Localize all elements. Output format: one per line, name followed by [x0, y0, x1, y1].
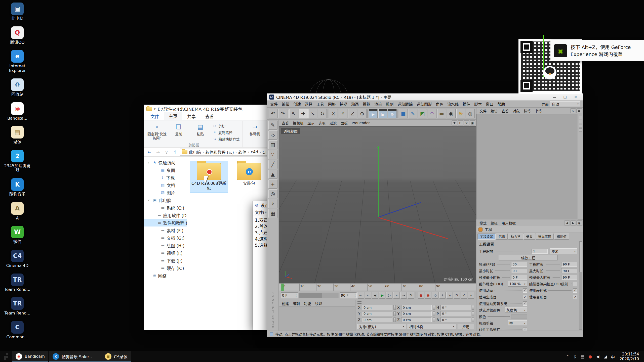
object-manager-menu-item[interactable]: 书签: [533, 108, 544, 113]
position-field[interactable]: 0 cm: [362, 311, 392, 316]
project-length-field[interactable]: 90 F: [561, 262, 577, 267]
hidden-icons-button[interactable]: ^: [564, 351, 571, 362]
coordinates-menu-icon[interactable]: [357, 301, 361, 304]
c4d-menu-item[interactable]: 选择: [303, 101, 314, 107]
layout-tab[interactable]: [579, 116, 582, 119]
close-button[interactable]: ✕: [570, 94, 581, 100]
tab-todo[interactable]: 待办事项: [536, 234, 554, 240]
tab-key-interpolation[interactable]: 键插值: [554, 234, 569, 240]
pin-to-quick-access-button[interactable]: ⌖ 固定到"快速访问": [146, 121, 168, 142]
c4d-menu-item[interactable]: 流水线: [445, 101, 461, 107]
current-frame-field[interactable]: 0 F▴▾: [281, 292, 298, 298]
rotation-field[interactable]: 0 °: [440, 317, 471, 322]
taskbar-recordings-folder[interactable]: ▣ C:\录像: [101, 351, 131, 362]
perspective-viewport[interactable]: 透视视图 网格间距: 100 cm: [279, 126, 476, 283]
sidebar-this-pc[interactable]: ∨ ▣ 此电脑: [144, 196, 187, 204]
viewport-menu-item[interactable]: 选项: [316, 120, 328, 125]
paste-shortcut-button[interactable]: ↪粘贴快捷方式: [211, 136, 241, 142]
goto-start-button[interactable]: ⇤: [357, 292, 364, 299]
object-list[interactable]: [476, 114, 578, 219]
end-frame-field[interactable]: 90 F▴▾: [340, 292, 357, 298]
bluetooth-icon[interactable]: ᛒ: [571, 351, 579, 362]
sidebar-drive-g[interactable]: ▬ 文档 (G:): [144, 234, 187, 242]
spinner[interactable]: [433, 305, 435, 310]
coordinate-system-button[interactable]: ⊕: [358, 109, 367, 118]
points-mode-button[interactable]: ∵: [268, 150, 277, 159]
c4d-titlebar[interactable]: C4 CINEMA 4D R19.024 Studio (RC - R19) -…: [267, 94, 583, 101]
use-deformers-checkbox[interactable]: ✓: [573, 295, 577, 299]
record-rotation-toggle[interactable]: ↻: [454, 292, 460, 299]
color-swatch[interactable]: [511, 314, 527, 319]
c4d-menu-item[interactable]: 运动图形: [415, 101, 434, 107]
enable-axis-button[interactable]: +: [268, 179, 277, 189]
preview-range-slider[interactable]: [299, 293, 339, 298]
viewport-menu-item[interactable]: 摄像机: [291, 120, 305, 125]
tab-dynamics[interactable]: 动力学: [508, 234, 523, 240]
lock-x-axis-button[interactable]: X: [329, 109, 338, 118]
previous-key-button[interactable]: «: [365, 292, 371, 299]
team-render-client-icon[interactable]: TR Team Rend...: [3, 274, 31, 292]
size-field[interactable]: 0 cm: [401, 305, 432, 310]
om-search-icon[interactable]: ◎: [570, 108, 576, 113]
coordinate-mode-select[interactable]: 对象(相对)▾: [357, 324, 406, 329]
c4d-menu-item[interactable]: 运动跟踪: [395, 101, 415, 107]
viewport-solo-button[interactable]: ◎: [268, 189, 277, 198]
sidebar-documents[interactable]: ▤ 文档: [144, 181, 187, 189]
render-picture-viewer-button[interactable]: ▣: [378, 109, 387, 118]
commandline-icon[interactable]: C Comman...: [3, 321, 31, 339]
tab-info[interactable]: 信息: [496, 234, 508, 240]
sidebar-downloads[interactable]: ↓ 下载: [144, 174, 187, 181]
scale-tool[interactable]: ↘: [308, 109, 317, 118]
taskbar-bandicam[interactable]: ◉ Bandicam: [12, 351, 48, 362]
polygons-mode-button[interactable]: ▲: [268, 170, 277, 179]
toggle-view-button[interactable]: ▣: [470, 120, 475, 125]
record-parameter-toggle[interactable]: ✓: [461, 292, 467, 299]
quick-access-toolbar-arrow[interactable]: ▾: [154, 107, 156, 111]
spinner[interactable]: [393, 318, 396, 322]
material-menu-item[interactable]: 编辑: [291, 301, 302, 306]
preview-max-field[interactable]: 90 F: [561, 275, 577, 280]
render-settings-button[interactable]: ⚙: [388, 109, 397, 118]
object-manager-menu-item[interactable]: 对象: [511, 108, 522, 113]
use-expressions-checkbox[interactable]: ✓: [573, 288, 577, 293]
goto-end-button[interactable]: ⇥: [400, 292, 407, 299]
prorender-menu[interactable]: ProRender: [350, 121, 372, 125]
sidebar-drive-h[interactable]: ▬ 绘图 (H:): [144, 242, 187, 249]
deformer-menu[interactable]: ◠: [428, 109, 436, 118]
team-render-server-icon[interactable]: TR Team Rend...: [3, 297, 31, 315]
sidebar-network[interactable]: ≋ 网络: [144, 272, 187, 279]
viewport-menu-item[interactable]: 显示: [305, 120, 316, 125]
lock-z-axis-button[interactable]: Z: [348, 109, 357, 118]
light-menu[interactable]: ☀: [456, 109, 465, 118]
layout-tab[interactable]: [579, 120, 582, 123]
notepad-file-menu[interactable]: 文件(F): [255, 209, 268, 215]
next-frame-button[interactable]: ▷: [386, 292, 392, 299]
copy-path-button[interactable]: ⌗复制路径: [211, 129, 241, 135]
viewport-menu-item[interactable]: 过滤: [328, 120, 339, 125]
move-to-button[interactable]: → 移动到: [244, 121, 265, 142]
material-menu-item[interactable]: 功能: [302, 301, 313, 306]
spinner[interactable]: [433, 311, 435, 316]
use-animation-checkbox[interactable]: ✓: [523, 288, 527, 293]
fps-field[interactable]: 30: [511, 262, 527, 267]
attributes-scrollbar[interactable]: [579, 241, 582, 330]
bandicam-icon[interactable]: ◉ Bandica...: [3, 102, 31, 121]
texture-mode-button[interactable]: ▨: [268, 140, 277, 149]
attribute-menu-item[interactable]: 用户数据: [500, 220, 518, 225]
tencent-qq-icon[interactable]: Q 腾讯QQ: [3, 26, 31, 45]
sidebar-desktop[interactable]: ▦ 桌面: [144, 166, 187, 174]
render-view-button[interactable]: ▶: [369, 109, 378, 118]
toolbar-icon[interactable]: [367, 109, 368, 118]
tab-project-settings[interactable]: 工程设置: [477, 234, 496, 240]
scale-mode-select[interactable]: 相对比例▾: [408, 324, 456, 329]
record-scale-toggle[interactable]: ↘: [446, 292, 453, 299]
am-back-icon[interactable]: ◀: [564, 220, 570, 225]
size-field[interactable]: 0 cm: [401, 317, 432, 322]
object-manager-menu-item[interactable]: 编辑: [489, 108, 500, 113]
c4d-menu-item[interactable]: 脚本: [472, 101, 484, 107]
record-position-toggle[interactable]: +: [439, 292, 446, 299]
2345-browser-icon[interactable]: 2 2345加速浏览器: [3, 150, 31, 173]
object-manager-menu-item[interactable]: 文件: [477, 108, 489, 113]
sculpt-menu[interactable]: ◍: [466, 109, 475, 118]
make-editable-button[interactable]: ✎: [268, 121, 277, 130]
